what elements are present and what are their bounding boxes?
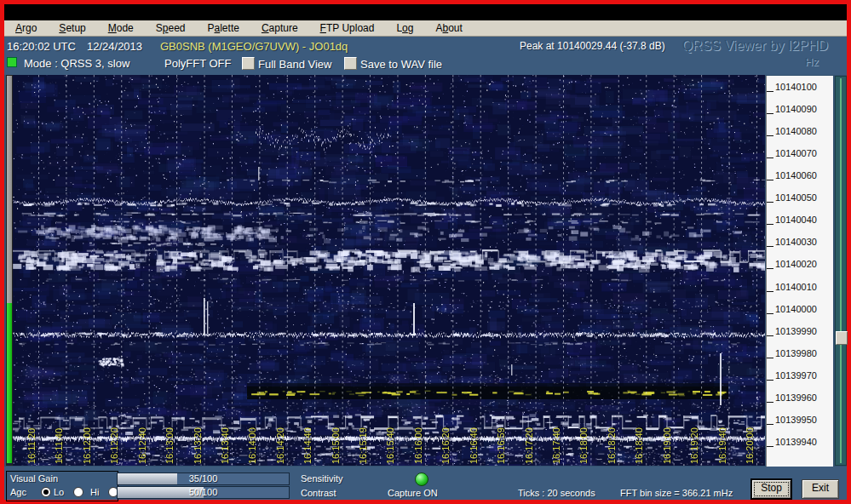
time-label: 16:11:40 [54,416,64,464]
argo-window: ArgoSetupModeSpeedPaletteCaptureFTP Uplo… [0,0,851,504]
freq-tick [767,446,773,447]
menu-item-setup[interactable]: Setup [48,22,96,34]
menu-item-capture[interactable]: Capture [250,22,309,34]
menu-item-mode[interactable]: Mode [97,22,145,34]
freq-tick [767,335,773,336]
radio-dot [43,490,49,495]
slider-thumb[interactable] [836,331,848,345]
time-label: 16:15:40 [385,416,395,464]
frequency-scale: 1014010010140090101400801014007010140060… [766,76,833,467]
control-bar: Visual Gain AgcLoHi 35/100 50/100 Sensit… [4,467,847,500]
freq-label: 10140060 [775,170,817,180]
freq-label: 10140020 [775,259,817,269]
save-wav-label: Save to WAV file [360,58,442,71]
time-label: 16:15:00 [331,416,341,464]
contrast-slider[interactable]: 50/100 [117,486,290,499]
time-label: 16:14:20 [275,416,285,464]
stop-button[interactable]: Stop [751,479,791,499]
capture-led [415,472,428,486]
freq-label: 10140050 [775,192,817,203]
freq-label: 10139990 [775,326,817,336]
peak-readout: Peak at 10140029.44 (-37.8 dB) [520,40,665,52]
mode-status-led [7,57,17,67]
freq-label: 10140090 [775,104,817,114]
freq-label: 10140040 [775,215,817,225]
menu-item-log[interactable]: Log [385,22,424,34]
freq-tick [767,180,773,180]
save-wav-checkbox[interactable] [344,57,357,70]
freq-label: 10140030 [775,237,817,247]
time-label: 16:12:00 [82,416,92,464]
freq-label: 10140010 [775,282,817,292]
capture-status: Capture ON [388,488,438,498]
freq-tick [767,358,773,358]
radio-label-lo: Lo [54,487,64,497]
radio-agc[interactable] [41,487,51,497]
time-label: 16:13:20 [193,416,203,464]
freq-label: 10139940 [775,437,817,447]
freq-tick [767,424,773,425]
time-label: 16:11:20 [26,416,37,464]
sensitivity-slider[interactable]: 35/100 [117,472,290,485]
freq-label: 10139970 [775,370,817,381]
app-title: QRSS Viewer by I2PHD [682,38,828,54]
full-band-view-checkbox[interactable] [242,57,255,70]
time-label: 16:14:40 [302,416,313,464]
time-label: 16:12:20 [109,416,119,464]
freq-tick [767,91,773,92]
freq-tick [767,402,773,403]
time-label: 16:18:20 [607,416,617,464]
fft-bin-info: FFT bin size = 366.21 mHz [620,488,733,498]
freq-tick [767,380,773,381]
time-label: 16:12:40 [137,416,147,464]
mode-label: Mode : QRSS 3, slow [24,57,129,70]
exit-button[interactable]: Exit [802,479,839,499]
time-label: 16:19:20 [689,416,699,464]
time-label: 16:18:40 [634,416,644,464]
freq-tick [767,135,773,136]
time-label: 16:19:40 [717,416,727,464]
freq-label: 10139960 [775,392,817,403]
slider-groove [840,78,842,463]
frequency-scale-slider[interactable] [835,76,847,466]
spectrogram-canvas[interactable] [13,75,765,466]
callsign: GB0SNB (M1GEO/G7UVW) - JO01dq [160,40,348,53]
freq-label: 10140080 [775,126,817,136]
menu-item-about[interactable]: About [424,22,473,34]
time-label: 16:20:00 [745,416,755,464]
radio-lo[interactable] [73,487,83,497]
contrast-label: Contrast [301,488,336,498]
progress-done [7,303,12,463]
menu-item-palette[interactable]: Palette [197,22,250,34]
polyfft-toggle[interactable]: PolyFFT OFF [164,57,231,70]
menu-item-speed[interactable]: Speed [145,22,197,34]
freq-tick [767,113,773,114]
time-label: 16:19:00 [662,416,672,464]
menu-item-ftp-upload[interactable]: FTP Upload [309,22,386,34]
time-label: 16:17:40 [551,416,561,464]
time-label: 16:16:20 [440,416,451,464]
header-block: 16:20:02 UTC 12/24/2013 GB0SNB (M1GEO/G7… [4,37,847,75]
menu-item-argo[interactable]: Argo [4,22,48,34]
sensitivity-label: Sensitivity [301,473,343,484]
freq-tick [767,224,773,225]
time-label: 16:16:00 [413,416,423,464]
visual-gain-label: Visual Gain [10,473,58,484]
full-band-view-label: Full Band View [258,58,331,71]
progress-remaining [7,76,12,303]
time-label: 16:13:40 [220,416,230,464]
freq-label: 10139950 [775,415,817,425]
time-label: 16:13:00 [164,416,175,464]
freq-tick [767,268,773,269]
time-label: 16:16:40 [469,416,479,464]
sensitivity-value: 35/100 [118,473,289,484]
title-bar [4,4,847,20]
date: 12/24/2013 [87,40,142,53]
freq-label: 10140100 [775,82,817,92]
freq-tick [767,291,773,292]
menu-bar: ArgoSetupModeSpeedPaletteCaptureFTP Uplo… [4,20,847,37]
time-label: 16:18:00 [578,416,589,464]
freq-label: 10140000 [775,304,817,314]
radio-label-hi: Hi [90,487,99,497]
unit-label: Hz [805,55,819,68]
